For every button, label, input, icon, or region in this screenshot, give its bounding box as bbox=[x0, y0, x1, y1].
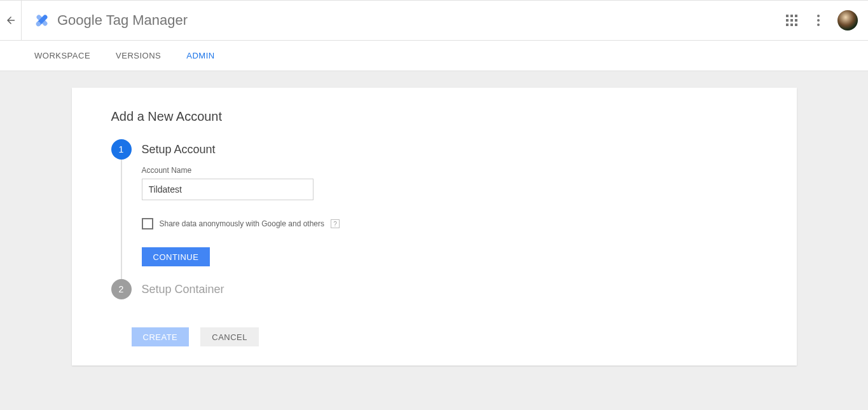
share-data-checkbox[interactable] bbox=[142, 218, 153, 229]
svg-rect-5 bbox=[795, 15, 797, 17]
card-title: Add a New Account bbox=[111, 109, 757, 124]
step-1-bullet: 1 bbox=[111, 139, 132, 160]
back-column bbox=[0, 1, 22, 40]
svg-point-13 bbox=[817, 19, 820, 22]
tab-versions[interactable]: VERSIONS bbox=[103, 41, 174, 71]
step-2-row: 2 Setup Container bbox=[111, 279, 757, 299]
step-1-label: Setup Account bbox=[142, 139, 216, 160]
back-arrow-icon[interactable] bbox=[5, 15, 17, 26]
apps-button[interactable] bbox=[784, 13, 799, 28]
more-vertical-icon bbox=[817, 15, 820, 26]
step-connector bbox=[121, 160, 122, 279]
brand-title-light: Tag Manager bbox=[102, 12, 188, 28]
avatar[interactable] bbox=[837, 10, 858, 31]
continue-button[interactable]: CONTINUE bbox=[142, 247, 210, 266]
brand-title-bold: Google bbox=[57, 12, 102, 28]
create-button[interactable]: CREATE bbox=[132, 327, 189, 346]
gtm-logo-icon bbox=[33, 11, 51, 29]
svg-rect-3 bbox=[786, 15, 789, 17]
page-background: Add a New Account 1 Setup Account Accoun… bbox=[0, 71, 868, 410]
brand-title: Google Tag Manager bbox=[57, 12, 188, 29]
help-icon[interactable]: ? bbox=[331, 219, 340, 228]
svg-point-12 bbox=[817, 15, 820, 17]
apps-grid-icon bbox=[786, 15, 797, 26]
step-1-row: 1 Setup Account bbox=[111, 139, 757, 160]
tab-admin[interactable]: ADMIN bbox=[174, 41, 227, 71]
svg-rect-11 bbox=[795, 24, 797, 26]
brand[interactable]: Google Tag Manager bbox=[33, 11, 188, 29]
tabs-bar: WORKSPACE VERSIONS ADMIN bbox=[0, 41, 868, 71]
footer-actions: CREATE CANCEL bbox=[132, 327, 757, 346]
continue-wrap: CONTINUE bbox=[142, 247, 757, 266]
top-bar: Google Tag Manager bbox=[0, 0, 868, 41]
more-button[interactable] bbox=[811, 13, 826, 28]
svg-rect-7 bbox=[790, 19, 793, 22]
share-data-row: Share data anonymously with Google and o… bbox=[142, 218, 757, 229]
account-name-input[interactable] bbox=[142, 179, 313, 200]
svg-rect-9 bbox=[786, 24, 789, 26]
svg-rect-6 bbox=[786, 19, 789, 22]
step-2-label: Setup Container bbox=[142, 279, 224, 299]
step-1-body: Account Name Share data anonymously with… bbox=[142, 166, 757, 266]
svg-rect-4 bbox=[790, 15, 793, 17]
share-data-label: Share data anonymously with Google and o… bbox=[160, 219, 325, 228]
top-right-controls bbox=[784, 10, 858, 31]
new-account-card: Add a New Account 1 Setup Account Accoun… bbox=[72, 88, 797, 366]
tab-workspace[interactable]: WORKSPACE bbox=[22, 41, 103, 71]
svg-rect-8 bbox=[795, 19, 797, 22]
account-name-label: Account Name bbox=[142, 166, 757, 175]
steps-container: 1 Setup Account Account Name Share data … bbox=[111, 139, 757, 299]
step-2-bullet: 2 bbox=[111, 279, 132, 299]
svg-rect-10 bbox=[790, 24, 793, 26]
svg-point-14 bbox=[817, 24, 820, 26]
cancel-button[interactable]: CANCEL bbox=[200, 327, 259, 346]
